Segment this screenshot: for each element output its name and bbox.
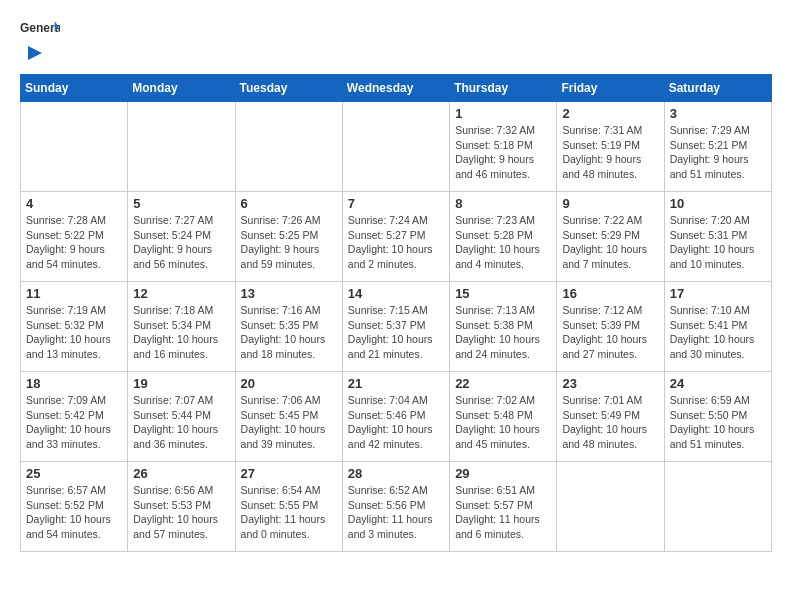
calendar-cell <box>128 102 235 192</box>
cell-date-number: 29 <box>455 466 551 481</box>
calendar-cell: 20Sunrise: 7:06 AMSunset: 5:45 PMDayligh… <box>235 372 342 462</box>
calendar-cell <box>557 462 664 552</box>
cell-date-number: 3 <box>670 106 766 121</box>
cell-info: Sunrise: 7:13 AMSunset: 5:38 PMDaylight:… <box>455 303 551 362</box>
cell-date-number: 20 <box>241 376 337 391</box>
calendar-cell: 19Sunrise: 7:07 AMSunset: 5:44 PMDayligh… <box>128 372 235 462</box>
calendar-cell: 3Sunrise: 7:29 AMSunset: 5:21 PMDaylight… <box>664 102 771 192</box>
calendar-cell <box>235 102 342 192</box>
cell-info: Sunrise: 7:32 AMSunset: 5:18 PMDaylight:… <box>455 123 551 182</box>
page-header: General <box>20 20 772 64</box>
logo: General <box>20 20 60 64</box>
calendar-cell: 17Sunrise: 7:10 AMSunset: 5:41 PMDayligh… <box>664 282 771 372</box>
day-header-monday: Monday <box>128 75 235 102</box>
calendar-cell: 5Sunrise: 7:27 AMSunset: 5:24 PMDaylight… <box>128 192 235 282</box>
cell-date-number: 10 <box>670 196 766 211</box>
cell-info: Sunrise: 7:18 AMSunset: 5:34 PMDaylight:… <box>133 303 229 362</box>
cell-info: Sunrise: 6:56 AMSunset: 5:53 PMDaylight:… <box>133 483 229 542</box>
day-header-saturday: Saturday <box>664 75 771 102</box>
cell-info: Sunrise: 7:07 AMSunset: 5:44 PMDaylight:… <box>133 393 229 452</box>
cell-info: Sunrise: 7:26 AMSunset: 5:25 PMDaylight:… <box>241 213 337 272</box>
calendar-cell: 9Sunrise: 7:22 AMSunset: 5:29 PMDaylight… <box>557 192 664 282</box>
calendar-cell: 29Sunrise: 6:51 AMSunset: 5:57 PMDayligh… <box>450 462 557 552</box>
cell-info: Sunrise: 7:10 AMSunset: 5:41 PMDaylight:… <box>670 303 766 362</box>
cell-date-number: 1 <box>455 106 551 121</box>
cell-info: Sunrise: 7:02 AMSunset: 5:48 PMDaylight:… <box>455 393 551 452</box>
cell-date-number: 4 <box>26 196 122 211</box>
cell-date-number: 27 <box>241 466 337 481</box>
cell-info: Sunrise: 6:52 AMSunset: 5:56 PMDaylight:… <box>348 483 444 542</box>
cell-date-number: 21 <box>348 376 444 391</box>
cell-info: Sunrise: 7:24 AMSunset: 5:27 PMDaylight:… <box>348 213 444 272</box>
calendar-cell: 23Sunrise: 7:01 AMSunset: 5:49 PMDayligh… <box>557 372 664 462</box>
days-of-week-row: SundayMondayTuesdayWednesdayThursdayFrid… <box>21 75 772 102</box>
cell-date-number: 19 <box>133 376 229 391</box>
logo-icon <box>22 42 44 64</box>
day-header-sunday: Sunday <box>21 75 128 102</box>
svg-text:General: General <box>20 21 60 35</box>
cell-info: Sunrise: 7:28 AMSunset: 5:22 PMDaylight:… <box>26 213 122 272</box>
cell-info: Sunrise: 6:54 AMSunset: 5:55 PMDaylight:… <box>241 483 337 542</box>
calendar-cell: 22Sunrise: 7:02 AMSunset: 5:48 PMDayligh… <box>450 372 557 462</box>
calendar-week-1: 1Sunrise: 7:32 AMSunset: 5:18 PMDaylight… <box>21 102 772 192</box>
cell-info: Sunrise: 7:23 AMSunset: 5:28 PMDaylight:… <box>455 213 551 272</box>
calendar-cell: 10Sunrise: 7:20 AMSunset: 5:31 PMDayligh… <box>664 192 771 282</box>
cell-date-number: 6 <box>241 196 337 211</box>
cell-info: Sunrise: 7:15 AMSunset: 5:37 PMDaylight:… <box>348 303 444 362</box>
calendar-cell: 18Sunrise: 7:09 AMSunset: 5:42 PMDayligh… <box>21 372 128 462</box>
day-header-friday: Friday <box>557 75 664 102</box>
cell-info: Sunrise: 6:59 AMSunset: 5:50 PMDaylight:… <box>670 393 766 452</box>
cell-date-number: 26 <box>133 466 229 481</box>
calendar-cell: 27Sunrise: 6:54 AMSunset: 5:55 PMDayligh… <box>235 462 342 552</box>
cell-info: Sunrise: 7:22 AMSunset: 5:29 PMDaylight:… <box>562 213 658 272</box>
cell-date-number: 24 <box>670 376 766 391</box>
cell-info: Sunrise: 7:04 AMSunset: 5:46 PMDaylight:… <box>348 393 444 452</box>
calendar-cell: 12Sunrise: 7:18 AMSunset: 5:34 PMDayligh… <box>128 282 235 372</box>
calendar-cell: 16Sunrise: 7:12 AMSunset: 5:39 PMDayligh… <box>557 282 664 372</box>
cell-info: Sunrise: 7:12 AMSunset: 5:39 PMDaylight:… <box>562 303 658 362</box>
cell-info: Sunrise: 7:20 AMSunset: 5:31 PMDaylight:… <box>670 213 766 272</box>
cell-date-number: 25 <box>26 466 122 481</box>
calendar-cell: 11Sunrise: 7:19 AMSunset: 5:32 PMDayligh… <box>21 282 128 372</box>
calendar-cell: 26Sunrise: 6:56 AMSunset: 5:53 PMDayligh… <box>128 462 235 552</box>
calendar-cell: 28Sunrise: 6:52 AMSunset: 5:56 PMDayligh… <box>342 462 449 552</box>
logo-svg: General <box>20 20 60 40</box>
calendar-body: 1Sunrise: 7:32 AMSunset: 5:18 PMDaylight… <box>21 102 772 552</box>
calendar-cell: 25Sunrise: 6:57 AMSunset: 5:52 PMDayligh… <box>21 462 128 552</box>
cell-date-number: 22 <box>455 376 551 391</box>
calendar-cell: 8Sunrise: 7:23 AMSunset: 5:28 PMDaylight… <box>450 192 557 282</box>
calendar-cell: 24Sunrise: 6:59 AMSunset: 5:50 PMDayligh… <box>664 372 771 462</box>
cell-date-number: 2 <box>562 106 658 121</box>
cell-date-number: 18 <box>26 376 122 391</box>
cell-info: Sunrise: 7:06 AMSunset: 5:45 PMDaylight:… <box>241 393 337 452</box>
calendar-cell <box>664 462 771 552</box>
calendar-cell: 1Sunrise: 7:32 AMSunset: 5:18 PMDaylight… <box>450 102 557 192</box>
calendar-header: SundayMondayTuesdayWednesdayThursdayFrid… <box>21 75 772 102</box>
cell-info: Sunrise: 7:16 AMSunset: 5:35 PMDaylight:… <box>241 303 337 362</box>
cell-info: Sunrise: 6:51 AMSunset: 5:57 PMDaylight:… <box>455 483 551 542</box>
day-header-wednesday: Wednesday <box>342 75 449 102</box>
calendar-cell <box>342 102 449 192</box>
cell-info: Sunrise: 7:01 AMSunset: 5:49 PMDaylight:… <box>562 393 658 452</box>
calendar-cell <box>21 102 128 192</box>
calendar-week-2: 4Sunrise: 7:28 AMSunset: 5:22 PMDaylight… <box>21 192 772 282</box>
calendar-cell: 21Sunrise: 7:04 AMSunset: 5:46 PMDayligh… <box>342 372 449 462</box>
calendar-cell: 15Sunrise: 7:13 AMSunset: 5:38 PMDayligh… <box>450 282 557 372</box>
cell-info: Sunrise: 7:29 AMSunset: 5:21 PMDaylight:… <box>670 123 766 182</box>
cell-date-number: 13 <box>241 286 337 301</box>
calendar-week-5: 25Sunrise: 6:57 AMSunset: 5:52 PMDayligh… <box>21 462 772 552</box>
cell-date-number: 23 <box>562 376 658 391</box>
calendar-cell: 2Sunrise: 7:31 AMSunset: 5:19 PMDaylight… <box>557 102 664 192</box>
cell-info: Sunrise: 7:31 AMSunset: 5:19 PMDaylight:… <box>562 123 658 182</box>
cell-date-number: 16 <box>562 286 658 301</box>
cell-info: Sunrise: 7:27 AMSunset: 5:24 PMDaylight:… <box>133 213 229 272</box>
svg-marker-2 <box>28 46 42 60</box>
cell-date-number: 14 <box>348 286 444 301</box>
calendar-cell: 6Sunrise: 7:26 AMSunset: 5:25 PMDaylight… <box>235 192 342 282</box>
cell-date-number: 15 <box>455 286 551 301</box>
cell-date-number: 9 <box>562 196 658 211</box>
cell-date-number: 5 <box>133 196 229 211</box>
cell-date-number: 7 <box>348 196 444 211</box>
calendar-week-3: 11Sunrise: 7:19 AMSunset: 5:32 PMDayligh… <box>21 282 772 372</box>
cell-info: Sunrise: 7:09 AMSunset: 5:42 PMDaylight:… <box>26 393 122 452</box>
